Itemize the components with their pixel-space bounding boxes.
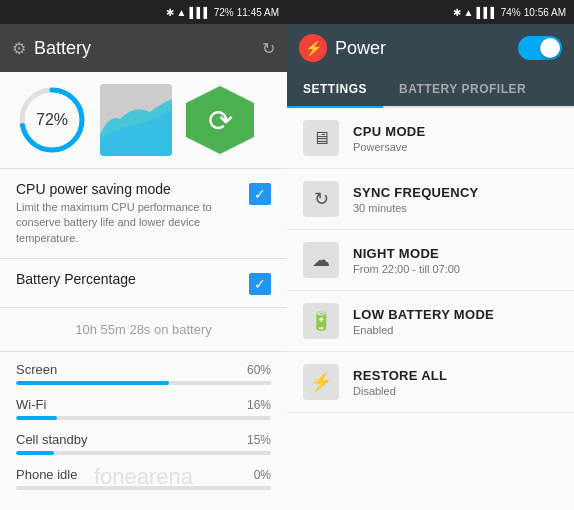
low-battery-icon: 🔋 xyxy=(303,303,339,339)
usage-screen: Screen 60% xyxy=(0,356,287,391)
cpu-setting-desc: Limit the maximum CPU performance to con… xyxy=(16,200,237,246)
usage-cell-standby: Cell standby 15% xyxy=(0,426,287,461)
phone-label: Phone idle xyxy=(16,467,77,482)
battery-level-left: 72% xyxy=(214,7,234,18)
battery-pct-title: Battery Percentage xyxy=(16,271,237,287)
sync-freq-subtitle: 30 minutes xyxy=(353,202,558,214)
battery-widgets: 72% ⟳ xyxy=(0,72,287,168)
cpu-setting-title: CPU power saving mode xyxy=(16,181,237,197)
battery-circle[interactable]: 72% xyxy=(16,84,88,156)
night-mode-icon: ☁ xyxy=(303,242,339,278)
usage-screen-header: Screen 60% xyxy=(16,362,271,377)
battery-percent: 72% xyxy=(36,111,68,129)
sync-freq-title: SYNC FREQUENCY xyxy=(353,185,558,200)
right-panel: ✱ ▲ ▌▌▌ 74% 10:56 AM ⚡ Power SETTINGS BA… xyxy=(287,0,574,510)
power-toggle[interactable] xyxy=(518,36,562,60)
usage-phone-idle: Phone idle 0% xyxy=(0,461,287,496)
battery-level-right: 74% xyxy=(501,7,521,18)
low-battery-title: LOW BATTERY MODE xyxy=(353,307,558,322)
wifi-progress-bg xyxy=(16,416,271,420)
signal-icon-left: ▌▌▌ xyxy=(189,7,210,18)
cell-progress-bg xyxy=(16,451,271,455)
usage-wifi-header: Wi-Fi 16% xyxy=(16,397,271,412)
battery-pct-text: Battery Percentage xyxy=(16,271,237,290)
power-item-low-battery[interactable]: 🔋 LOW BATTERY MODE Enabled xyxy=(287,291,574,352)
tabs-row: SETTINGS BATTERY PROFILER xyxy=(287,72,574,108)
phone-progress-bg xyxy=(16,486,271,490)
usage-cell-header: Cell standby 15% xyxy=(16,432,271,447)
battery-pct-checkbox[interactable]: ✓ xyxy=(249,273,271,295)
screen-pct: 60% xyxy=(247,363,271,377)
night-mode-subtitle: From 22:00 - till 07:00 xyxy=(353,263,558,275)
sync-freq-content: SYNC FREQUENCY 30 minutes xyxy=(353,185,558,214)
cell-pct: 15% xyxy=(247,433,271,447)
cpu-setting-text: CPU power saving mode Limit the maximum … xyxy=(16,181,237,246)
screen-label: Screen xyxy=(16,362,57,377)
bluetooth-icon-left: ✱ xyxy=(166,7,174,18)
cell-progress-fill xyxy=(16,451,54,455)
low-battery-subtitle: Enabled xyxy=(353,324,558,336)
restore-all-subtitle: Disabled xyxy=(353,385,558,397)
wifi-icon-left: ▲ xyxy=(177,7,187,18)
battery-graph-svg xyxy=(100,84,172,156)
usage-wifi: Wi-Fi 16% xyxy=(0,391,287,426)
time-left: 11:45 AM xyxy=(237,7,279,18)
battery-graph-widget[interactable] xyxy=(100,84,172,156)
power-item-night-mode[interactable]: ☁ NIGHT MODE From 22:00 - till 07:00 xyxy=(287,230,574,291)
power-item-sync-freq[interactable]: ↻ SYNC FREQUENCY 30 minutes xyxy=(287,169,574,230)
toggle-knob xyxy=(540,38,560,58)
status-bar-right: ✱ ▲ ▌▌▌ 74% 10:56 AM xyxy=(287,0,574,24)
refresh-icon[interactable]: ↻ xyxy=(262,39,275,58)
page-title-left: Battery xyxy=(34,38,254,59)
cpu-power-setting-row[interactable]: CPU power saving mode Limit the maximum … xyxy=(0,169,287,258)
signal-icon-right: ▌▌▌ xyxy=(476,7,497,18)
battery-saver-widget[interactable]: ⟳ xyxy=(184,84,256,156)
top-bar-left: ⚙ Battery ↻ xyxy=(0,24,287,72)
usage-section: Screen 60% Wi-Fi 16% Cel xyxy=(0,352,287,510)
top-bar-right: ⚡ Power xyxy=(287,24,574,72)
cpu-mode-content: CPU MODE Powersave xyxy=(353,124,558,153)
battery-saver-icon: ⟳ xyxy=(186,86,254,154)
tab-settings[interactable]: SETTINGS xyxy=(287,72,383,108)
restore-all-title: RESTORE ALL xyxy=(353,368,558,383)
battery-time: 10h 55m 28s on battery xyxy=(0,308,287,351)
screen-progress-bg xyxy=(16,381,271,385)
status-bar-left: ✱ ▲ ▌▌▌ 72% 11:45 AM xyxy=(0,0,287,24)
power-item-cpu-mode[interactable]: 🖥 CPU MODE Powersave xyxy=(287,108,574,169)
power-items-list: 🖥 CPU MODE Powersave ↻ SYNC FREQUENCY 30… xyxy=(287,108,574,510)
gear-icon: ⚙ xyxy=(12,39,26,58)
wifi-label: Wi-Fi xyxy=(16,397,46,412)
phone-pct: 0% xyxy=(254,468,271,482)
power-item-restore-all[interactable]: ⚡ RESTORE ALL Disabled xyxy=(287,352,574,413)
screen-progress-fill xyxy=(16,381,169,385)
cpu-checkbox[interactable]: ✓ xyxy=(249,183,271,205)
bluetooth-icon-right: ✱ xyxy=(453,7,461,18)
night-mode-content: NIGHT MODE From 22:00 - till 07:00 xyxy=(353,246,558,275)
cell-label: Cell standby xyxy=(16,432,88,447)
battery-pct-setting-row[interactable]: Battery Percentage ✓ xyxy=(0,259,287,307)
page-title-right: Power xyxy=(335,38,510,59)
cpu-mode-icon: 🖥 xyxy=(303,120,339,156)
time-right: 10:56 AM xyxy=(524,7,566,18)
tab-battery-profiler[interactable]: BATTERY PROFILER xyxy=(383,72,542,106)
cpu-mode-title: CPU MODE xyxy=(353,124,558,139)
wifi-icon-right: ▲ xyxy=(464,7,474,18)
low-battery-content: LOW BATTERY MODE Enabled xyxy=(353,307,558,336)
status-icons-left: ✱ ▲ ▌▌▌ 72% 11:45 AM xyxy=(166,7,279,18)
power-icon: ⚡ xyxy=(299,34,327,62)
restore-all-content: RESTORE ALL Disabled xyxy=(353,368,558,397)
sync-freq-icon: ↻ xyxy=(303,181,339,217)
left-panel: ✱ ▲ ▌▌▌ 72% 11:45 AM ⚙ Battery ↻ 72% xyxy=(0,0,287,510)
night-mode-title: NIGHT MODE xyxy=(353,246,558,261)
status-icons-right: ✱ ▲ ▌▌▌ 74% 10:56 AM xyxy=(453,7,566,18)
wifi-pct: 16% xyxy=(247,398,271,412)
usage-phone-header: Phone idle 0% xyxy=(16,467,271,482)
cpu-mode-subtitle: Powersave xyxy=(353,141,558,153)
restore-all-icon: ⚡ xyxy=(303,364,339,400)
wifi-progress-fill xyxy=(16,416,57,420)
